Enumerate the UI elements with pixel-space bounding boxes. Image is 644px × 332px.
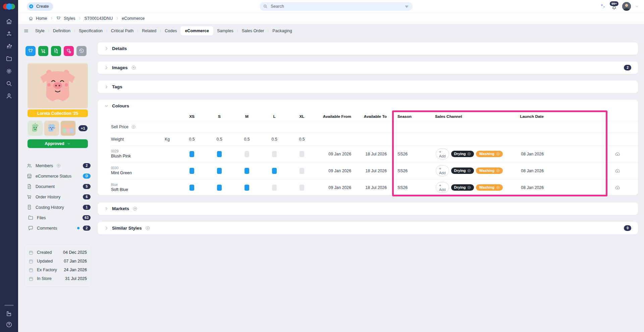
colour-name[interactable]: Mint Green xyxy=(111,171,165,175)
tab-sales-order[interactable]: Sales Order xyxy=(238,27,268,35)
sales-channel-chip-washing[interactable]: Washing xyxy=(476,184,502,190)
nav-item-comments[interactable]: Comments 2 xyxy=(24,223,91,233)
avatar[interactable] xyxy=(622,2,631,11)
weight-value-s[interactable]: 0.5 xyxy=(206,137,233,142)
status-dropdown-button[interactable]: Approved xyxy=(28,139,88,148)
similar-styles-section-header[interactable]: Similar Styles 0 xyxy=(98,222,638,234)
details-section-header[interactable]: Details xyxy=(98,42,638,55)
available-to-value[interactable]: 18 Jul 2026 xyxy=(351,185,387,190)
size-checkbox-xs[interactable] xyxy=(190,185,194,191)
tab-definition[interactable]: Definition xyxy=(49,27,74,35)
weight-value-l[interactable]: 0.5 xyxy=(261,137,288,142)
cloud-upload-icon[interactable] xyxy=(614,168,621,174)
add-to-cart-icon[interactable] xyxy=(38,46,48,56)
thumbnail-green-onesie[interactable] xyxy=(28,121,43,136)
weight-value-xs[interactable]: 0.5 xyxy=(178,137,206,142)
search-nav-icon[interactable] xyxy=(3,80,15,87)
upload-icon[interactable] xyxy=(3,31,15,37)
settings-icon[interactable] xyxy=(3,68,15,75)
size-checkbox-l[interactable] xyxy=(272,185,277,191)
remove-chip-icon[interactable] xyxy=(467,186,471,189)
tab-packaging[interactable]: Packaging xyxy=(269,27,296,35)
available-from-value[interactable]: 09 Jan 2026 xyxy=(316,152,351,156)
help-icon[interactable] xyxy=(3,321,15,328)
profile-icon[interactable] xyxy=(3,93,15,99)
size-checkbox-xl[interactable] xyxy=(300,185,304,191)
size-checkbox-m[interactable] xyxy=(245,185,249,191)
add-sales-channel-button[interactable]: + Add xyxy=(436,182,449,193)
tab-codes[interactable]: Codes xyxy=(161,27,180,35)
size-checkbox-l[interactable] xyxy=(272,151,277,157)
available-to-value[interactable]: 18 Jul 2026 xyxy=(351,169,387,173)
add-image-icon[interactable] xyxy=(131,65,136,70)
nav-item-ecommerce-status[interactable]: eCommerce Status D xyxy=(24,171,91,181)
nav-item-costing-history[interactable]: Costing History 1 xyxy=(24,202,91,212)
cloud-upload-icon[interactable] xyxy=(614,185,621,191)
search-input[interactable] xyxy=(270,4,402,9)
home-icon[interactable] xyxy=(3,18,15,25)
size-checkbox-xl[interactable] xyxy=(300,168,304,174)
size-checkbox-s[interactable] xyxy=(217,151,222,157)
sales-channel-chip-washing[interactable]: Washing xyxy=(476,168,502,174)
remove-chip-icon[interactable] xyxy=(467,169,471,173)
tab-specification[interactable]: Specification xyxy=(75,27,106,35)
add-market-icon[interactable] xyxy=(132,206,138,211)
ai-sparkles-icon[interactable] xyxy=(599,3,606,10)
size-checkbox-xl[interactable] xyxy=(300,151,304,157)
breadcrumb-styles[interactable]: Styles xyxy=(64,16,75,21)
more-thumbnails-badge[interactable]: +1 xyxy=(78,125,88,131)
tab-related[interactable]: Related xyxy=(138,27,160,35)
account-chevron-down-icon[interactable] xyxy=(635,4,639,9)
nav-item-document[interactable]: Document 5 xyxy=(24,181,91,192)
colour-name[interactable]: Blush Pink xyxy=(111,154,165,158)
tags-section-header[interactable]: Tags xyxy=(98,81,638,93)
product-image[interactable] xyxy=(28,63,88,108)
tab-samples[interactable]: Samples xyxy=(213,27,237,35)
thumbnail-babies-photo[interactable] xyxy=(60,121,76,136)
style-shirt-icon[interactable] xyxy=(25,46,36,56)
breadcrumb-style-id[interactable]: ST000143DNU xyxy=(84,16,113,21)
remove-chip-icon[interactable] xyxy=(496,169,500,173)
tab-ecommerce[interactable]: eCommerce xyxy=(180,26,213,36)
search-bar[interactable] xyxy=(260,2,413,11)
create-button[interactable]: Create xyxy=(27,2,53,11)
filter-icon[interactable] xyxy=(404,4,409,9)
remove-chip-icon[interactable] xyxy=(496,152,500,156)
size-checkbox-xs[interactable] xyxy=(190,151,194,157)
breadcrumb-home[interactable]: Home xyxy=(36,16,47,21)
size-checkbox-l[interactable] xyxy=(272,168,277,174)
notifications-button[interactable]: 99+ xyxy=(610,2,619,10)
history-icon[interactable] xyxy=(76,46,87,56)
tab-style[interactable]: Style xyxy=(32,27,48,35)
available-from-value[interactable]: 09 Jan 2026 xyxy=(316,169,351,173)
add-document-icon[interactable] xyxy=(51,46,61,56)
app-logo[interactable] xyxy=(3,3,15,11)
weight-value-xl[interactable]: 0.5 xyxy=(288,137,316,142)
available-from-value[interactable]: 09 Jan 2026 xyxy=(316,185,351,190)
chart-icon[interactable] xyxy=(3,43,15,50)
season-value[interactable]: SS26 xyxy=(387,152,435,156)
nav-item-order-history[interactable]: Order History 6 xyxy=(24,192,91,202)
nav-item-files[interactable]: Files 63 xyxy=(24,212,91,223)
sales-channel-chip-drying[interactable]: Drying xyxy=(451,168,474,174)
add-sales-channel-button[interactable]: + Add xyxy=(436,165,449,176)
size-checkbox-s[interactable] xyxy=(217,185,222,191)
markets-section-header[interactable]: Markets xyxy=(98,202,638,215)
remove-chip-icon[interactable] xyxy=(467,152,471,156)
sales-channel-chip-drying[interactable]: Drying xyxy=(451,184,474,190)
size-checkbox-m[interactable] xyxy=(245,168,249,174)
weight-value-m[interactable]: 0.5 xyxy=(233,137,261,142)
launch-date-value[interactable]: 08 Jan 2026 xyxy=(502,185,544,190)
add-member-icon[interactable] xyxy=(56,163,61,168)
launch-date-value[interactable]: 08 Jan 2026 xyxy=(502,152,544,156)
launch-date-value[interactable]: 08 Jan 2026 xyxy=(502,169,544,173)
cloud-upload-icon[interactable] xyxy=(614,151,621,157)
available-to-value[interactable]: 18 Jul 2026 xyxy=(351,152,387,156)
colours-section-header[interactable]: Colours xyxy=(98,100,638,112)
sales-channel-chip-drying[interactable]: Drying xyxy=(451,151,474,157)
season-value[interactable]: SS26 xyxy=(387,185,435,190)
size-checkbox-m[interactable] xyxy=(245,151,249,157)
nav-item-members[interactable]: Members 2 xyxy=(24,160,91,171)
factory-icon[interactable] xyxy=(3,310,15,317)
add-sell-price-icon[interactable] xyxy=(131,125,136,129)
